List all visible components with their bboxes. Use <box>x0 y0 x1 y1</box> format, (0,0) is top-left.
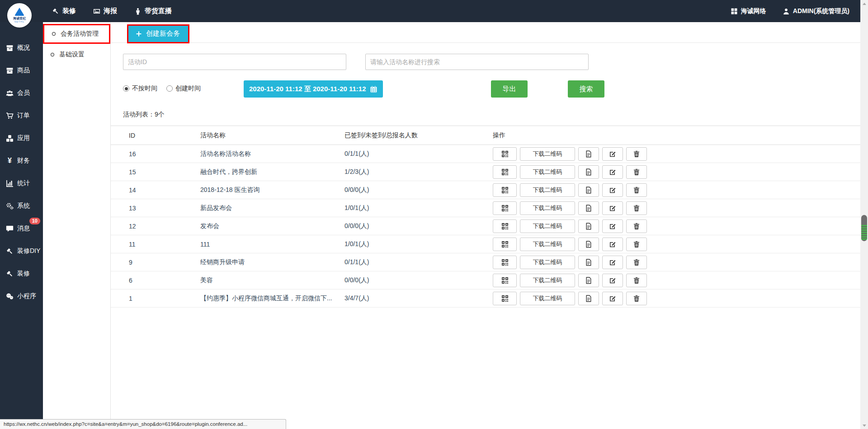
qr-code-button[interactable] <box>493 238 517 251</box>
topbar-item-海报[interactable]: 海报 <box>93 7 117 15</box>
qr-code-button[interactable] <box>493 165 517 179</box>
detail-file-button[interactable] <box>578 256 599 269</box>
qr-code-icon <box>501 223 509 230</box>
table-row: 6 美容 0/0/0(人) 下载二维码 <box>111 271 860 289</box>
detail-file-button[interactable] <box>578 147 599 161</box>
download-qr-button[interactable]: 下载二维码 <box>520 256 575 269</box>
delete-button[interactable] <box>626 238 647 251</box>
edit-button[interactable] <box>602 201 623 215</box>
submenu-item-basic-settings[interactable]: 基础设置 <box>43 46 110 63</box>
sidebar-item-装修[interactable]: 装修 <box>0 262 43 285</box>
edit-button[interactable] <box>602 147 623 161</box>
radio-create-time[interactable]: 创建时间 <box>166 84 201 93</box>
cell-signin-count: 0/0/0(人) <box>344 186 493 194</box>
sidebar-item-商品[interactable]: 商品 <box>0 59 43 82</box>
download-qr-button[interactable]: 下载二维码 <box>520 238 575 251</box>
scrollbar-up-arrow[interactable] <box>860 0 868 7</box>
file-icon <box>585 168 592 176</box>
delete-button[interactable] <box>626 201 647 215</box>
edit-button[interactable] <box>602 238 623 251</box>
delete-button[interactable] <box>626 292 647 305</box>
edit-button[interactable] <box>602 183 623 197</box>
radio-create-time-label: 创建时间 <box>175 84 201 93</box>
delete-button[interactable] <box>626 147 647 161</box>
topbar-item-ADMIN(系统管理员)[interactable]: ADMIN(系统管理员) <box>783 7 849 15</box>
download-qr-button[interactable]: 下载二维码 <box>520 201 575 215</box>
detail-file-button[interactable] <box>578 292 599 305</box>
sidebar-item-小程序[interactable]: 小程序 <box>0 285 43 308</box>
download-qr-button[interactable]: 下载二维码 <box>520 165 575 179</box>
edit-button[interactable] <box>602 165 623 179</box>
download-qr-button[interactable]: 下载二维码 <box>520 274 575 287</box>
detail-file-button[interactable] <box>578 238 599 251</box>
sidebar-item-概况[interactable]: 概况 <box>0 37 43 59</box>
gavel-icon <box>52 8 59 15</box>
sidebar-item-消息[interactable]: 消息 10 <box>0 217 43 240</box>
activity-id-input[interactable] <box>123 54 346 70</box>
sidebar-item-label: 装修 <box>17 270 30 278</box>
detail-file-button[interactable] <box>578 274 599 287</box>
search-area: 不按时间 创建时间 2020-11-20 11:12 至 2020-11-20 … <box>111 43 860 98</box>
user-icon <box>783 8 790 15</box>
qr-code-button[interactable] <box>493 201 517 215</box>
topbar-item-海诚网络[interactable]: 海诚网络 <box>731 7 766 15</box>
submenu-item-conference-management[interactable]: 会务活动管理 <box>44 25 109 42</box>
sidebar-item-应用[interactable]: 应用 <box>0 127 43 149</box>
download-qr-button[interactable]: 下载二维码 <box>520 183 575 197</box>
table-row: 16 活动名称活动名称 0/1/1(人) 下载二维码 <box>111 145 860 163</box>
edit-icon <box>609 259 616 266</box>
detail-file-button[interactable] <box>578 165 599 179</box>
detail-file-button[interactable] <box>578 201 599 215</box>
edit-button[interactable] <box>602 256 623 269</box>
app-logo[interactable]: 海诚世纪 NETHC <box>7 3 32 28</box>
qr-code-button[interactable] <box>493 292 517 305</box>
topmenu-item-label: ADMIN(系统管理员) <box>793 7 849 15</box>
sidebar-item-装修DIY[interactable]: 装修DIY <box>0 240 43 262</box>
sidebar-item-订单[interactable]: 订单 <box>0 104 43 127</box>
sidebar-item-会员[interactable]: 会员 <box>0 82 43 104</box>
download-qr-button[interactable]: 下载二维码 <box>520 219 575 233</box>
create-conference-button[interactable]: 创建新会务 <box>128 26 188 42</box>
search-button[interactable]: 搜索 <box>568 80 604 98</box>
date-range-button[interactable]: 2020-11-20 11:12 至 2020-11-20 11:12 <box>244 80 383 98</box>
sidebar-item-label: 系统 <box>17 202 30 210</box>
edit-button[interactable] <box>602 219 623 233</box>
scrollbar-down-arrow[interactable] <box>860 422 868 429</box>
radio-no-time[interactable]: 不按时间 <box>123 84 157 93</box>
sidebar-item-系统[interactable]: 系统 <box>0 195 43 217</box>
delete-button[interactable] <box>626 165 647 179</box>
edit-icon <box>609 168 616 176</box>
qr-code-button[interactable] <box>493 147 517 161</box>
sidebar-item-财务[interactable]: ¥ 财务 <box>0 149 43 172</box>
scrollbar-thumb[interactable] <box>861 215 867 241</box>
cell-signin-count: 0/0/0(人) <box>344 222 493 230</box>
col-header-name: 活动名称 <box>200 131 344 140</box>
edit-button[interactable] <box>602 274 623 287</box>
topbar-right: 海诚网络 ADMIN(系统管理员) <box>731 7 849 15</box>
download-qr-button[interactable]: 下载二维码 <box>520 292 575 305</box>
file-icon <box>585 259 592 266</box>
activity-name-search-input[interactable] <box>365 54 589 70</box>
edit-button[interactable] <box>602 292 623 305</box>
detail-file-button[interactable] <box>578 183 599 197</box>
cell-activity-name: 【约惠季】小程序微信商城互通，开启微信下... <box>200 294 344 303</box>
qr-code-button[interactable] <box>493 256 517 269</box>
detail-file-button[interactable] <box>578 219 599 233</box>
table-row: 15 融合时代，跨界创新 1/2/3(人) 下载二维码 <box>111 163 860 181</box>
qr-code-button[interactable] <box>493 219 517 233</box>
qr-code-button[interactable] <box>493 274 517 287</box>
qr-code-button[interactable] <box>493 183 517 197</box>
edit-icon <box>609 205 616 212</box>
sidebar-item-统计[interactable]: 统计 <box>0 172 43 195</box>
topbar-item-带货直播[interactable]: 带货直播 <box>134 7 172 15</box>
delete-button[interactable] <box>626 256 647 269</box>
message-count-badge: 10 <box>29 218 40 224</box>
export-button[interactable]: 导出 <box>491 80 528 98</box>
download-qr-button[interactable]: 下载二维码 <box>520 147 575 161</box>
delete-button[interactable] <box>626 219 647 233</box>
cell-signin-count: 3/4/7(人) <box>344 294 493 303</box>
delete-button[interactable] <box>626 183 647 197</box>
topbar-item-装修[interactable]: 装修 <box>52 7 76 15</box>
page-scrollbar[interactable] <box>860 0 868 429</box>
delete-button[interactable] <box>626 274 647 287</box>
